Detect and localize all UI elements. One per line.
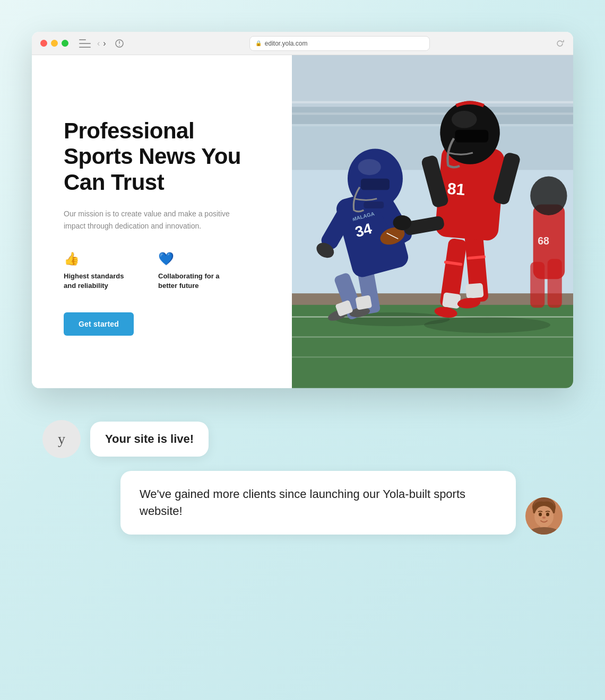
svg-rect-33 <box>364 202 384 208</box>
get-started-button[interactable]: Get started <box>64 312 134 336</box>
user-avatar <box>525 497 563 535</box>
svg-point-60 <box>539 512 542 516</box>
chat-bubble-right: We've gained more clients since launchin… <box>120 471 516 535</box>
user-avatar-svg <box>525 497 563 535</box>
svg-rect-5 <box>292 55 573 107</box>
svg-rect-54 <box>530 262 544 308</box>
svg-rect-39 <box>465 283 484 299</box>
chat-bubble-left: Your site is live! <box>90 422 209 457</box>
address-bar-wrapper: 🔒 editor.yola.com <box>131 36 549 51</box>
forward-arrow[interactable]: › <box>103 39 106 48</box>
maximize-dot[interactable] <box>62 40 68 47</box>
feature-label-1: Highest standards and reliability <box>64 272 133 291</box>
svg-rect-12 <box>292 356 573 357</box>
svg-rect-11 <box>292 336 573 337</box>
chat-message-right: We've gained more clients since launchin… <box>120 471 563 535</box>
svg-point-47 <box>393 215 411 230</box>
svg-rect-7 <box>292 112 573 115</box>
chat-message-live-text: Your site is live! <box>105 432 194 445</box>
svg-point-15 <box>424 317 550 333</box>
svg-point-50 <box>452 111 477 128</box>
features-row: 👍 Highest standards and reliability 💙 Co… <box>64 251 265 291</box>
hero-section: Professional Sports News You Can Trust O… <box>32 55 573 388</box>
browser-window: ‹ › 🔒 editor.yola.com Pr <box>32 32 573 388</box>
address-bar[interactable]: 🔒 editor.yola.com <box>249 36 430 51</box>
thumbs-up-icon: 👍 <box>64 251 133 266</box>
svg-rect-38 <box>442 292 461 309</box>
hero-description: Our mission is to create value and make … <box>64 208 234 232</box>
minimize-dot[interactable] <box>51 40 58 47</box>
svg-rect-49 <box>455 130 488 143</box>
privacy-icon <box>115 39 124 48</box>
url-text: editor.yola.com <box>265 40 308 47</box>
svg-text:81: 81 <box>446 180 465 199</box>
hero-left: Professional Sports News You Can Trust O… <box>32 55 292 388</box>
svg-point-61 <box>546 512 549 516</box>
heart-icon: 💙 <box>158 251 227 266</box>
svg-point-53 <box>530 176 567 215</box>
svg-rect-55 <box>547 259 561 308</box>
feature-label-2: Collaborating for a better future <box>158 272 227 291</box>
yola-avatar: y <box>42 420 81 458</box>
svg-rect-31 <box>360 179 389 190</box>
svg-rect-8 <box>292 124 573 126</box>
browser-toolbar: ‹ › 🔒 editor.yola.com <box>32 32 573 55</box>
football-scene-svg: 34 MALAGA <box>292 55 573 388</box>
chat-section: y Your site is live! We've gained more c… <box>32 409 573 550</box>
svg-point-32 <box>358 159 381 175</box>
svg-rect-6 <box>292 101 573 103</box>
close-dot[interactable] <box>40 40 47 47</box>
chat-message-clients-text: We've gained more clients since launchin… <box>140 487 465 518</box>
svg-text:68: 68 <box>538 235 549 247</box>
svg-point-1 <box>119 45 120 46</box>
feature-item-2: 💙 Collaborating for a better future <box>158 251 227 291</box>
reload-icon[interactable] <box>555 39 565 48</box>
feature-item-1: 👍 Highest standards and reliability <box>64 251 133 291</box>
lock-icon: 🔒 <box>255 40 262 46</box>
chat-message-left: y Your site is live! <box>42 420 563 458</box>
svg-rect-21 <box>355 295 372 310</box>
hero-title: Professional Sports News You Can Trust <box>64 118 265 195</box>
traffic-lights <box>40 40 68 47</box>
page-wrapper: ‹ › 🔒 editor.yola.com Pr <box>32 32 573 550</box>
sidebar-toggle-icon[interactable] <box>79 39 91 48</box>
hero-right: 34 MALAGA <box>292 55 573 388</box>
back-arrow[interactable]: ‹ <box>97 39 100 48</box>
svg-point-62 <box>542 517 546 519</box>
nav-arrows: ‹ › <box>97 39 106 48</box>
